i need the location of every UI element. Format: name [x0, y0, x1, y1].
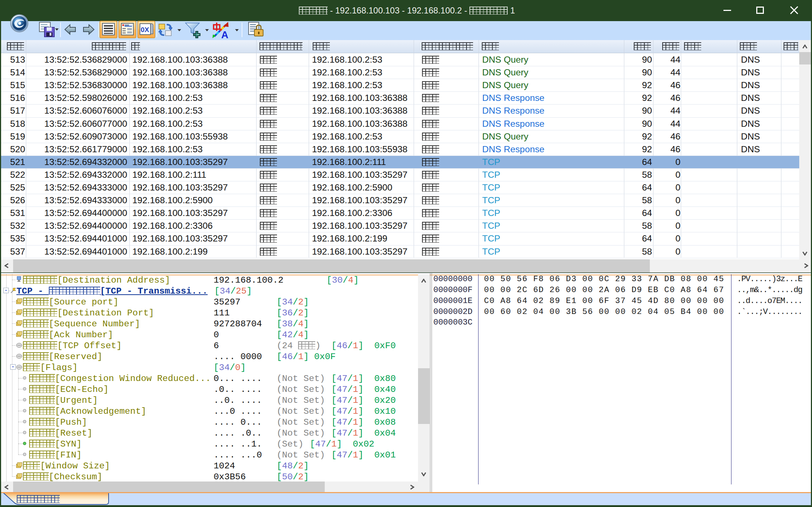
- svg-text:0X: 0X: [141, 26, 149, 34]
- svg-text:A: A: [221, 30, 229, 39]
